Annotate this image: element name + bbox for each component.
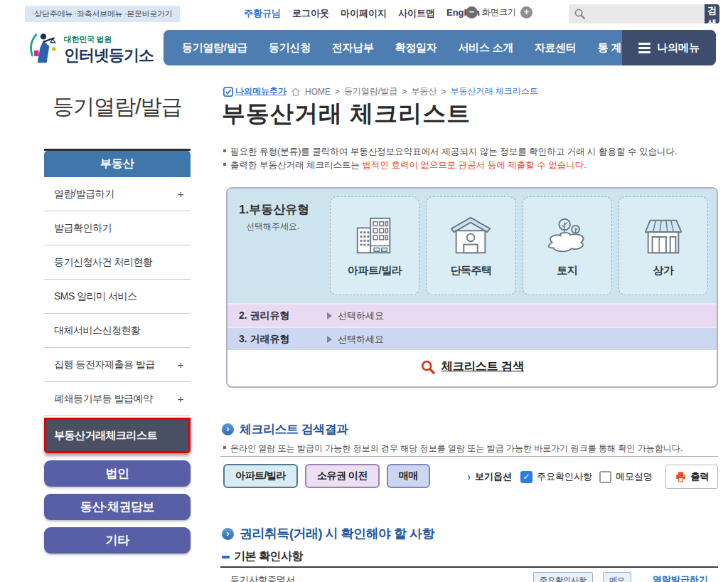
sidebar-item-enforcement-issue[interactable]: 집행 등전자제출용 발급+ [44,348,191,382]
step1-label: 1.부동산유형 [239,201,283,218]
add-my-menu-button[interactable]: 나의메뉴추가 [223,85,287,97]
section-arrow-icon: › [222,528,234,540]
checklist-search-button[interactable]: 체크리스트 검색 [228,350,717,383]
sidebar-category-corporation[interactable]: 법인 [44,460,191,487]
checkbox-main-items-label: 주요확인사항 [537,470,592,483]
select-arrow-icon [327,312,332,319]
sidebar-item-issue-check[interactable]: 발급확인하기 [44,211,191,245]
breadcrumb-current: 부동산거래 체크리스트 [450,85,537,97]
shop-icon [641,214,685,258]
court-logo-mark-icon [27,30,60,70]
land-icon [545,214,589,258]
results-note: 온라인 열람 또는 발급이 가능한 정보의 경우 해당 정보를 열람 또는 발급… [223,443,682,455]
property-option-shop[interactable]: 상가 [619,196,708,295]
breadcrumb-seg[interactable]: 부동산 [411,85,437,97]
chevron-icon: › [467,471,471,482]
house-icon [449,214,493,258]
select-arrow-icon [327,336,332,343]
rights-section-heading: › 권리취득(거래) 시 확인해야 할 사항 [222,525,434,542]
note-line: 필요한 유형(분류)를 클릭하여 부동산정보요약표에서 제공되지 않는 정보를 … [223,145,677,159]
deal-type-row[interactable]: 3. 거래유형 선택하세요 [228,328,717,350]
view-options: › 보기옵션 ✓ 주요확인사항 메모설명 출력 [467,465,718,489]
page-title: 부동산거래 체크리스트 [222,98,471,130]
sidebar-item-sms-service[interactable]: SMS 알리미 서비스 [44,280,191,314]
step2-label: 2. 권리유형 [228,309,327,322]
note-warning-text: 법적인 효력이 없으므로 관공서 등에 제출할 수 없습니다. [362,160,586,170]
sidebar-title: 등기열람/발급 [44,84,191,122]
site-logo[interactable]: 대한민국 법원 인터넷등기소 [27,30,154,70]
main-check-button[interactable]: 주요확인사항 [533,572,593,582]
dash-bullet-icon [222,556,230,559]
step3-label: 3. 거래유형 [228,333,327,346]
right-type-row[interactable]: 2. 권리유형 선택하세요 [228,305,717,328]
step3-value: 선택하세요 [338,333,384,346]
check-square-icon [223,87,233,97]
printer-icon [675,471,687,483]
document-name: 등기사항증명서 [230,573,295,582]
checkbox-main-items-checked[interactable]: ✓ [520,471,532,483]
property-type-row: 1.부동산유형 선택해주세요. [228,189,717,305]
step2-value: 선택하세요 [338,309,384,322]
checkbox-memo-label: 메모설명 [616,470,653,483]
sidebar-item-alt-service[interactable]: 대체서비스신청현황 [44,314,191,348]
view-issue-link[interactable]: 열람발급하기 [653,573,708,582]
page-notes: 필요한 유형(분류)를 클릭하여 부동산정보요약표에서 제공되지 않는 정보를 … [223,145,677,172]
checkbox-memo-unchecked[interactable] [599,471,611,483]
apartment-icon [353,214,397,258]
main-content: 나의메뉴추가 HOME > 등기열람/발급 > 부동산 > 부동산거래 체크리스… [220,0,718,582]
logo-court-text: 대한민국 법원 [64,34,154,45]
table-top-border [220,566,718,568]
sidebar-item-checklist-active[interactable]: 부동산거래체크리스트 [44,418,191,453]
sidebar-item-view-issue[interactable]: 열람/발급하기+ [44,177,191,211]
sidebar: 등기열람/발급 부동산 열람/발급하기+ 발급확인하기 등기신청사건 처리현황 … [44,84,191,554]
sidebar-item-closed-registry[interactable]: 폐쇄등기부등 발급예약+ [44,382,191,416]
tag-deal-type[interactable]: 매매 [387,464,430,488]
note-line: 출력한 부동산거래 체크리스트는 법적인 효력이 없으므로 관공서 등에 제출할… [223,159,677,172]
property-option-land[interactable]: 토지 [523,196,612,295]
selected-filter-tags: 아파트/빌라 소유권 이전 매매 [223,464,430,488]
print-button[interactable]: 출력 [665,465,718,489]
section-arrow-icon: › [222,423,234,435]
skip-links[interactable]: ·상단주메뉴 ·좌측서브메뉴 ·본문바로가기 [25,6,180,22]
expand-plus-icon[interactable]: + [178,393,183,405]
results-divider [220,456,718,457]
checklist-selector-panel: 1.부동산유형 선택해주세요. [226,187,718,388]
sidebar-item-case-status[interactable]: 등기신청사건 처리현황 [44,245,191,280]
expand-plus-icon[interactable]: + [178,359,183,371]
step1-sublabel: 선택해주세요. [246,221,283,233]
sidebar-category-movables[interactable]: 동산·채권담보 [44,494,191,520]
breadcrumb-seg[interactable]: 등기열람/발급 [344,85,397,97]
search-icon [420,359,436,375]
property-option-house[interactable]: 단독주택 [426,196,515,295]
home-icon [291,87,301,97]
breadcrumb: 나의메뉴추가 HOME > 등기열람/발급 > 부동산 > 부동산거래 체크리스… [223,85,538,97]
expand-plus-icon[interactable]: + [178,188,183,200]
logo-site-text: 인터넷등기소 [64,45,154,66]
breadcrumb-home[interactable]: HOME [305,87,331,97]
tag-right-type[interactable]: 소유권 이전 [305,464,380,488]
sidebar-category-etc[interactable]: 기타 [44,527,191,554]
property-option-apartment[interactable]: 아파트/빌라 [330,196,419,295]
table-row: 등기사항증명서 주요확인사항 메모 열람발급하기 [220,569,718,582]
tag-property-type[interactable]: 아파트/빌라 [223,464,298,488]
basic-check-subheading: 기본 확인사항 [222,549,303,564]
memo-button[interactable]: 메모 [603,572,631,582]
results-section-heading: › 체크리스트 검색결과 [222,421,348,438]
sidebar-category-realestate[interactable]: 부동산 [44,151,191,177]
